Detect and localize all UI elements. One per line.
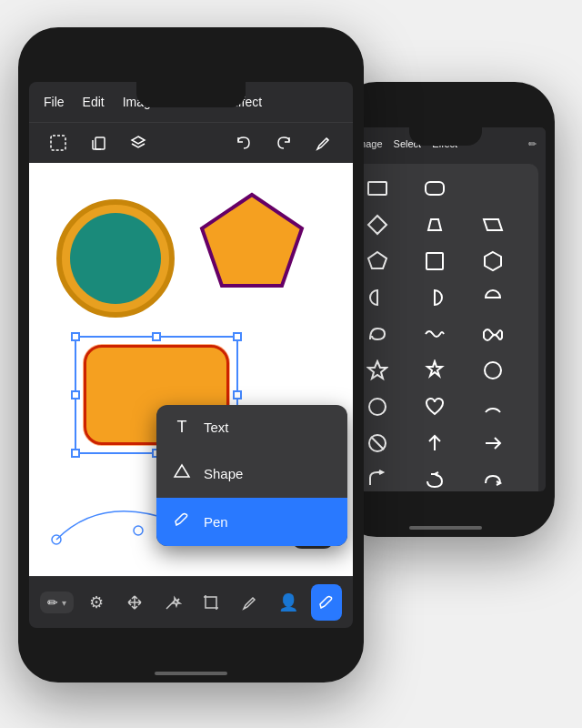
svg-marker-26 (175, 465, 189, 477)
pen-active-tool[interactable] (311, 584, 342, 621)
pen-mode-group: ✏ ▾ (40, 592, 74, 613)
shape-right-half[interactable] (419, 282, 450, 313)
handle-tr[interactable] (233, 332, 242, 341)
shape-pentagon[interactable] (362, 246, 393, 277)
shape-redo[interactable] (419, 464, 450, 491)
tool-menu-shape-label: Shape (204, 466, 243, 481)
menu-edit[interactable]: Edit (83, 95, 105, 109)
front-phone-screen: File Edit Image Select Effect (29, 82, 353, 628)
brush-tool[interactable] (235, 584, 266, 621)
top-toolbar (29, 122, 353, 163)
svg-rect-6 (426, 253, 443, 269)
canvas-circle-inner[interactable] (70, 213, 161, 304)
text-tool-icon: T (171, 418, 193, 437)
tool-menu-shape[interactable]: Shape (156, 450, 347, 498)
tool-menu-pen-label: Pen (204, 514, 228, 530)
back-edit-icon[interactable]: ✏ (528, 138, 537, 150)
svg-point-11 (369, 399, 386, 415)
toolbar-redo-icon[interactable] (269, 128, 298, 157)
shape-scroll[interactable] (362, 318, 393, 349)
shape-star[interactable] (362, 355, 393, 386)
tool-menu-text-label: Text (204, 420, 229, 435)
front-phone: File Edit Image Select Effect (18, 27, 364, 682)
svg-marker-9 (427, 361, 442, 376)
shape-grid-popup (353, 164, 538, 491)
pen-mode-icon[interactable]: ✏ (47, 595, 58, 610)
shape-star6[interactable] (419, 355, 450, 386)
crop-tool[interactable] (196, 584, 226, 621)
svg-rect-0 (368, 182, 386, 195)
svg-line-13 (371, 437, 384, 450)
svg-point-23 (134, 526, 143, 535)
shape-square[interactable] (419, 246, 450, 277)
shape-rectangle[interactable] (362, 173, 393, 204)
toolbar-undo-icon[interactable] (229, 128, 258, 157)
handle-tm[interactable] (152, 332, 161, 341)
svg-marker-21 (202, 195, 302, 286)
toolbar-copy-icon[interactable] (84, 128, 113, 157)
pen-mode-dropdown-icon[interactable]: ▾ (62, 598, 66, 608)
shape-left-half[interactable] (362, 282, 393, 313)
svg-rect-1 (426, 182, 444, 195)
front-home-indicator (155, 672, 227, 675)
shape-parallelogram[interactable] (477, 209, 508, 240)
tool-menu-pen[interactable]: Pen (156, 498, 347, 546)
handle-bl[interactable] (71, 449, 80, 458)
shape-heart[interactable] (419, 391, 450, 422)
svg-marker-2 (368, 216, 386, 234)
svg-marker-8 (368, 361, 386, 379)
svg-marker-7 (485, 252, 501, 270)
tool-menu-popup: T Text Shape (156, 405, 347, 546)
shape-diamond[interactable] (362, 209, 393, 240)
move-tool[interactable] (119, 584, 150, 621)
shape-arrow-right[interactable] (477, 428, 508, 459)
menu-file[interactable]: File (44, 95, 65, 109)
magic-tool[interactable] (157, 584, 188, 621)
toolbar-selection-icon[interactable] (44, 128, 73, 157)
settings-tool[interactable]: ⚙ (81, 584, 112, 621)
front-phone-notch (136, 82, 246, 107)
bottom-toolbar: ✏ ▾ ⚙ (29, 576, 353, 628)
shape-turn-arrow[interactable] (362, 464, 393, 491)
toolbar-layers-icon[interactable] (124, 128, 153, 157)
shape-tool-icon (171, 462, 193, 485)
canvas-pentagon[interactable] (197, 190, 306, 290)
pen-tool-icon (171, 511, 193, 533)
back-home-indicator (409, 526, 482, 530)
shape-arc[interactable] (477, 391, 508, 422)
shape-circle-outline[interactable] (477, 355, 508, 386)
toolbar-edit-icon[interactable] (309, 128, 338, 157)
shape-curved[interactable] (477, 464, 508, 491)
shape-rounded-rect[interactable] (419, 173, 450, 204)
back-phone: Image Select Effect ✏ (336, 82, 555, 537)
back-phone-screen: Image Select Effect ✏ (346, 127, 546, 491)
shape-empty (477, 173, 508, 204)
shape-circle2[interactable] (362, 391, 393, 422)
tool-menu-text[interactable]: T Text (156, 405, 347, 450)
handle-mr[interactable] (233, 390, 242, 399)
person-tool[interactable]: 👤 (273, 584, 304, 621)
svg-marker-4 (484, 219, 502, 230)
svg-point-10 (485, 362, 501, 379)
svg-rect-18 (51, 136, 65, 150)
svg-marker-5 (368, 252, 386, 268)
handle-ml[interactable] (71, 390, 80, 399)
svg-marker-3 (428, 219, 441, 230)
shape-banned[interactable] (362, 428, 393, 459)
shape-hexagon[interactable] (477, 246, 508, 277)
back-phone-notch (409, 127, 482, 146)
svg-rect-19 (95, 137, 105, 149)
handle-tl[interactable] (71, 332, 80, 341)
shape-wave[interactable] (419, 318, 450, 349)
shape-right-half2[interactable] (477, 282, 508, 313)
shape-wave2[interactable] (477, 318, 508, 349)
shape-arrow-up[interactable] (419, 428, 450, 459)
shape-trapezoid[interactable] (419, 209, 450, 240)
svg-line-20 (326, 138, 328, 140)
